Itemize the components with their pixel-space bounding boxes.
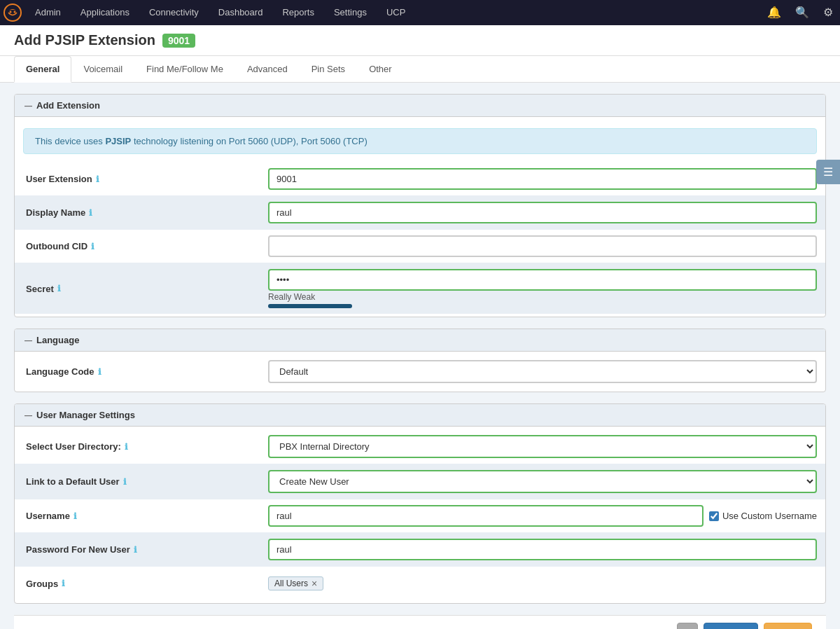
user-extension-row: User Extension ℹ: [15, 163, 825, 196]
link-default-user-help-icon[interactable]: ℹ: [123, 477, 127, 487]
user-extension-help-icon[interactable]: ℹ: [96, 174, 99, 184]
info-banner: This device uses PJSIP technology listen…: [23, 128, 817, 154]
password-strength-bar: [268, 304, 352, 308]
secret-input[interactable]: [268, 269, 817, 291]
password-new-user-row: Password For New User ℹ: [15, 533, 825, 567]
password-new-user-label: Password For New User ℹ: [15, 539, 260, 560]
tab-other[interactable]: Other: [357, 56, 404, 83]
language-section: — Language Language Code ℹ Default: [14, 329, 826, 392]
section-title-user-manager: User Manager Settings: [36, 410, 135, 420]
secret-help-icon[interactable]: ℹ: [57, 284, 61, 293]
side-icon-panel: ☰: [816, 160, 840, 184]
password-strength-label: Really Weak: [268, 292, 817, 302]
display-name-row: Display Name ℹ: [15, 196, 825, 230]
svg-point-0: [4, 4, 21, 21]
tab-pin-sets[interactable]: Pin Sets: [300, 56, 357, 83]
username-help-icon[interactable]: ℹ: [74, 511, 77, 521]
extension-badge: 9001: [162, 34, 195, 48]
user-manager-section-header: — User Manager Settings: [15, 404, 825, 427]
language-code-help-icon[interactable]: ℹ: [98, 367, 102, 377]
more-button[interactable]: »: [677, 623, 697, 629]
groups-field: All Users ×: [260, 571, 825, 596]
top-navigation: Admin Applications Connectivity Dashboar…: [0, 0, 840, 25]
user-manager-collapse-icon[interactable]: —: [24, 411, 32, 420]
user-directory-help-icon[interactable]: ℹ: [125, 442, 128, 452]
groups-help-icon[interactable]: ℹ: [62, 579, 65, 588]
user-manager-section: — User Manager Settings Select User Dire…: [14, 403, 826, 604]
tab-advanced[interactable]: Advanced: [235, 56, 300, 83]
display-name-input[interactable]: [268, 202, 817, 223]
outbound-cid-help-icon[interactable]: ℹ: [91, 242, 94, 251]
language-section-header: — Language: [15, 329, 825, 352]
language-code-field: Default: [260, 354, 825, 389]
groups-row: Groups ℹ All Users ×: [15, 567, 825, 600]
outbound-cid-input[interactable]: [268, 235, 817, 257]
reset-button[interactable]: Reset: [764, 623, 812, 629]
username-row: Username ℹ Use Custom Username: [15, 499, 825, 533]
password-new-user-help-icon[interactable]: ℹ: [134, 545, 137, 555]
link-default-user-select[interactable]: Create New User: [268, 470, 817, 493]
username-field: Use Custom Username: [260, 499, 825, 532]
tabs-bar: General Voicemail Find Me/Follow Me Adva…: [0, 56, 840, 83]
group-tag-label: All Users: [274, 579, 308, 588]
language-code-select[interactable]: Default: [268, 360, 817, 383]
pjsip-bold: PJSIP: [105, 136, 131, 146]
nav-reports[interactable]: Reports: [272, 0, 324, 25]
username-label: Username ℹ: [15, 505, 260, 527]
language-code-row: Language Code ℹ Default: [15, 354, 825, 389]
group-tag-all-users: All Users ×: [268, 576, 323, 590]
section-title-add-extension: Add Extension: [36, 100, 100, 111]
outbound-cid-row: Outbound CID ℹ: [15, 230, 825, 263]
logo: [0, 0, 25, 25]
footer-actions: » Submit Reset: [14, 615, 826, 629]
user-directory-row: Select User Directory: ℹ PBX Internal Di…: [15, 429, 825, 464]
custom-username-checkbox[interactable]: [709, 511, 719, 521]
language-form-body: Language Code ℹ Default: [15, 352, 825, 392]
link-default-user-label: Link to a Default User ℹ: [15, 471, 260, 492]
tab-voicemail[interactable]: Voicemail: [71, 56, 134, 83]
nav-right-icons: 🔔 🔍 ⚙: [760, 0, 840, 25]
password-new-user-input[interactable]: [268, 539, 817, 560]
nav-ucp[interactable]: UCP: [377, 0, 415, 25]
username-input[interactable]: [268, 505, 704, 527]
secret-field: Really Weak: [260, 263, 825, 314]
tab-find-me-follow-me[interactable]: Find Me/Follow Me: [134, 56, 235, 83]
custom-username-label: Use Custom Username: [722, 511, 817, 521]
display-name-help-icon[interactable]: ℹ: [89, 208, 92, 218]
language-collapse-icon[interactable]: —: [24, 336, 32, 345]
svg-point-1: [10, 11, 12, 13]
section-title-language: Language: [36, 335, 79, 345]
settings-icon[interactable]: ⚙: [816, 0, 840, 25]
password-new-user-field: [260, 533, 825, 566]
user-extension-input[interactable]: [268, 168, 817, 190]
submit-button[interactable]: Submit: [704, 623, 758, 629]
svg-point-2: [14, 11, 16, 13]
search-icon[interactable]: 🔍: [788, 0, 816, 25]
group-tag-remove[interactable]: ×: [312, 579, 317, 588]
groups-label: Groups ℹ: [15, 573, 260, 595]
custom-username-check[interactable]: Use Custom Username: [709, 511, 817, 521]
page-title: Add PJSIP Extension: [14, 32, 155, 48]
nav-admin[interactable]: Admin: [25, 0, 71, 25]
user-extension-field: [260, 163, 825, 195]
outbound-cid-field: [260, 230, 825, 263]
notification-icon[interactable]: 🔔: [760, 0, 788, 25]
nav-settings[interactable]: Settings: [324, 0, 377, 25]
list-view-button[interactable]: ☰: [816, 160, 840, 184]
user-directory-select[interactable]: PBX Internal Directory: [268, 435, 817, 458]
username-field-wrap: Use Custom Username: [268, 505, 817, 527]
secret-label: Secret ℹ: [15, 278, 260, 300]
outbound-cid-label: Outbound CID ℹ: [15, 235, 260, 257]
display-name-field: [260, 196, 825, 229]
collapse-icon[interactable]: —: [24, 102, 32, 110]
tab-general[interactable]: General: [14, 56, 71, 83]
nav-applications[interactable]: Applications: [71, 0, 139, 25]
add-extension-section: — Add Extension This device uses PJSIP t…: [14, 94, 826, 317]
add-extension-form-body: This device uses PJSIP technology listen…: [15, 117, 825, 317]
link-default-user-row: Link to a Default User ℹ Create New User: [15, 464, 825, 499]
nav-connectivity[interactable]: Connectivity: [139, 0, 209, 25]
user-extension-label: User Extension ℹ: [15, 168, 260, 190]
user-directory-field: PBX Internal Directory: [260, 429, 825, 464]
nav-dashboard[interactable]: Dashboard: [209, 0, 273, 25]
user-manager-form-body: Select User Directory: ℹ PBX Internal Di…: [15, 427, 825, 603]
